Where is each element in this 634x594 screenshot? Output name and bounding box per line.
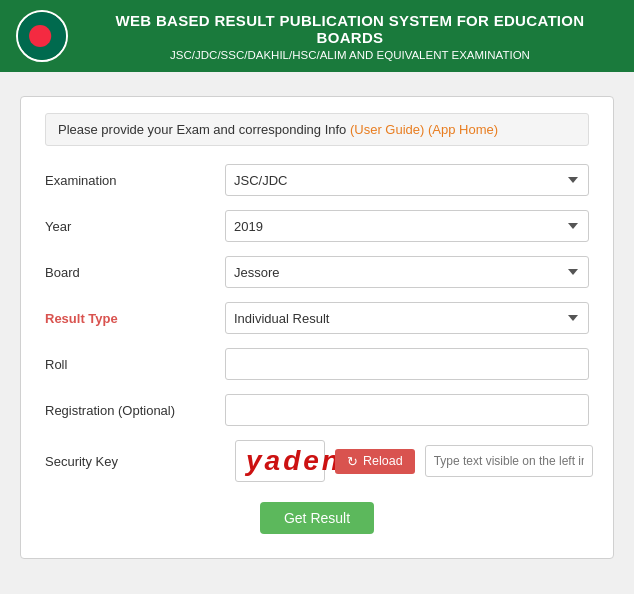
captcha-input[interactable] bbox=[425, 445, 593, 477]
get-result-button[interactable]: Get Result bbox=[260, 502, 374, 534]
result-type-row: Result Type Individual Result Institutio… bbox=[45, 302, 589, 334]
board-label: Board bbox=[45, 265, 225, 280]
examination-select[interactable]: JSC/JDC SSC/DAKHIL HSC/ALIM bbox=[225, 164, 589, 196]
info-bar-text: Please provide your Exam and correspondi… bbox=[58, 122, 346, 137]
security-key-row: Security Key yadeni ↻ Reload bbox=[45, 440, 589, 482]
header-subtitle: JSC/JDC/SSC/DAKHIL/HSC/ALIM AND EQUIVALE… bbox=[170, 49, 530, 61]
reload-button[interactable]: ↻ Reload bbox=[335, 449, 415, 474]
roll-row: Roll bbox=[45, 348, 589, 380]
main-content: Please provide your Exam and correspondi… bbox=[0, 72, 634, 583]
captcha-image: yadeni bbox=[235, 440, 325, 482]
reload-icon: ↻ bbox=[347, 454, 358, 469]
board-select[interactable]: Jessore Dhaka Chittagong Rajshahi Comill… bbox=[225, 256, 589, 288]
year-select[interactable]: 2019 2018 2017 2016 bbox=[225, 210, 589, 242]
roll-label: Roll bbox=[45, 357, 225, 372]
registration-input[interactable] bbox=[225, 394, 589, 426]
header-text: WEB BASED RESULT PUBLICATION SYSTEM FOR … bbox=[82, 12, 618, 61]
result-type-label: Result Type bbox=[45, 311, 225, 326]
year-label: Year bbox=[45, 219, 225, 234]
get-result-label: Get Result bbox=[284, 510, 350, 526]
year-row: Year 2019 2018 2017 2016 bbox=[45, 210, 589, 242]
info-bar: Please provide your Exam and correspondi… bbox=[45, 113, 589, 146]
roll-input[interactable] bbox=[225, 348, 589, 380]
result-type-select[interactable]: Individual Result Institution Result bbox=[225, 302, 589, 334]
header-title: WEB BASED RESULT PUBLICATION SYSTEM FOR … bbox=[82, 12, 618, 46]
security-key-label: Security Key bbox=[45, 454, 225, 469]
app-home-link[interactable]: (App Home) bbox=[428, 122, 498, 137]
registration-row: Registration (Optional) bbox=[45, 394, 589, 426]
registration-label: Registration (Optional) bbox=[45, 403, 225, 418]
board-row: Board Jessore Dhaka Chittagong Rajshahi … bbox=[45, 256, 589, 288]
examination-row: Examination JSC/JDC SSC/DAKHIL HSC/ALIM bbox=[45, 164, 589, 196]
reload-label: Reload bbox=[363, 454, 403, 468]
svg-point-1 bbox=[29, 25, 51, 47]
form-card: Please provide your Exam and correspondi… bbox=[20, 96, 614, 559]
examination-label: Examination bbox=[45, 173, 225, 188]
submit-row: Get Result bbox=[45, 502, 589, 534]
user-guide-link[interactable]: (User Guide) bbox=[350, 122, 424, 137]
logo bbox=[16, 10, 68, 62]
header: WEB BASED RESULT PUBLICATION SYSTEM FOR … bbox=[0, 0, 634, 72]
